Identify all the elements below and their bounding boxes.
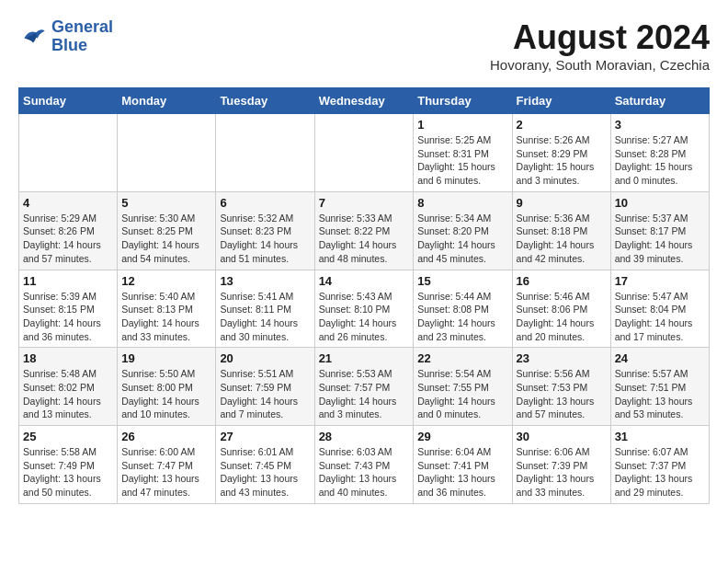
day-number: 4 xyxy=(23,196,113,210)
day-number: 16 xyxy=(517,274,607,288)
calendar-table: SundayMondayTuesdayWednesdayThursdayFrid… xyxy=(18,87,710,504)
calendar-cell: 17Sunrise: 5:47 AMSunset: 8:04 PMDayligh… xyxy=(610,270,709,348)
day-number: 17 xyxy=(615,274,705,288)
calendar-cell: 13Sunrise: 5:41 AMSunset: 8:11 PMDayligh… xyxy=(216,270,314,348)
day-info: Sunrise: 6:07 AMSunset: 7:37 PMDaylight:… xyxy=(615,445,705,500)
day-info: Sunrise: 5:46 AMSunset: 8:06 PMDaylight:… xyxy=(517,290,607,344)
calendar-cell: 6Sunrise: 5:32 AMSunset: 8:23 PMDaylight… xyxy=(216,191,314,270)
calendar-cell: 29Sunrise: 6:04 AMSunset: 7:41 PMDayligh… xyxy=(414,426,512,504)
calendar-week-row: 4Sunrise: 5:29 AMSunset: 8:26 PMDaylight… xyxy=(19,191,710,270)
day-info: Sunrise: 6:01 AMSunset: 7:45 PMDaylight:… xyxy=(220,445,310,500)
day-info: Sunrise: 5:25 AMSunset: 8:31 PMDaylight:… xyxy=(417,133,507,188)
day-number: 18 xyxy=(23,351,113,365)
day-number: 27 xyxy=(220,430,310,443)
day-info: Sunrise: 5:50 AMSunset: 8:00 PMDaylight:… xyxy=(121,367,211,421)
day-number: 26 xyxy=(121,430,211,443)
calendar-cell: 9Sunrise: 5:36 AMSunset: 8:18 PMDaylight… xyxy=(512,191,610,270)
day-info: Sunrise: 5:56 AMSunset: 7:53 PMDaylight:… xyxy=(517,367,607,421)
day-info: Sunrise: 5:32 AMSunset: 8:23 PMDaylight:… xyxy=(220,212,310,266)
weekday-header: Friday xyxy=(512,88,610,114)
calendar-cell: 7Sunrise: 5:33 AMSunset: 8:22 PMDaylight… xyxy=(314,191,414,270)
day-number: 21 xyxy=(319,351,410,365)
calendar-cell: 5Sunrise: 5:30 AMSunset: 8:25 PMDaylight… xyxy=(118,191,216,270)
day-number: 6 xyxy=(220,196,310,210)
day-info: Sunrise: 5:40 AMSunset: 8:13 PMDaylight:… xyxy=(121,290,211,344)
day-info: Sunrise: 5:30 AMSunset: 8:25 PMDaylight:… xyxy=(121,212,211,266)
calendar-cell xyxy=(118,114,216,192)
month-title: August 2024 xyxy=(490,18,710,57)
weekday-header-row: SundayMondayTuesdayWednesdayThursdayFrid… xyxy=(19,88,710,114)
weekday-header: Saturday xyxy=(610,88,709,114)
calendar-cell: 1Sunrise: 5:25 AMSunset: 8:31 PMDaylight… xyxy=(414,114,512,192)
day-number: 2 xyxy=(517,118,607,132)
day-number: 5 xyxy=(121,196,211,210)
day-number: 11 xyxy=(23,274,113,288)
calendar-cell: 30Sunrise: 6:06 AMSunset: 7:39 PMDayligh… xyxy=(512,426,610,504)
day-info: Sunrise: 5:47 AMSunset: 8:04 PMDaylight:… xyxy=(615,290,705,344)
day-info: Sunrise: 5:48 AMSunset: 8:02 PMDaylight:… xyxy=(23,367,113,421)
day-info: Sunrise: 5:26 AMSunset: 8:29 PMDaylight:… xyxy=(517,133,607,188)
day-number: 19 xyxy=(121,351,211,365)
calendar-cell: 20Sunrise: 5:51 AMSunset: 7:59 PMDayligh… xyxy=(216,348,314,426)
day-number: 9 xyxy=(517,196,607,210)
calendar-cell xyxy=(19,114,118,192)
calendar-cell: 21Sunrise: 5:53 AMSunset: 7:57 PMDayligh… xyxy=(314,348,414,426)
logo-text: General Blue xyxy=(51,18,113,55)
day-info: Sunrise: 6:04 AMSunset: 7:41 PMDaylight:… xyxy=(417,445,507,500)
calendar-cell: 11Sunrise: 5:39 AMSunset: 8:15 PMDayligh… xyxy=(19,270,118,348)
calendar-cell xyxy=(314,114,414,192)
day-number: 10 xyxy=(615,196,705,210)
calendar-cell xyxy=(216,114,314,192)
calendar-cell: 31Sunrise: 6:07 AMSunset: 7:37 PMDayligh… xyxy=(610,426,709,504)
weekday-header: Sunday xyxy=(19,88,118,114)
day-info: Sunrise: 5:54 AMSunset: 7:55 PMDaylight:… xyxy=(417,367,507,421)
day-info: Sunrise: 5:27 AMSunset: 8:28 PMDaylight:… xyxy=(615,133,705,188)
day-info: Sunrise: 5:44 AMSunset: 8:08 PMDaylight:… xyxy=(417,290,507,344)
weekday-header: Wednesday xyxy=(314,88,414,114)
calendar-cell: 2Sunrise: 5:26 AMSunset: 8:29 PMDaylight… xyxy=(512,114,610,192)
calendar-cell: 25Sunrise: 5:58 AMSunset: 7:49 PMDayligh… xyxy=(19,426,118,504)
day-number: 30 xyxy=(517,430,607,443)
calendar-cell: 16Sunrise: 5:46 AMSunset: 8:06 PMDayligh… xyxy=(512,270,610,348)
calendar-cell: 27Sunrise: 6:01 AMSunset: 7:45 PMDayligh… xyxy=(216,426,314,504)
calendar-cell: 3Sunrise: 5:27 AMSunset: 8:28 PMDaylight… xyxy=(610,114,709,192)
page-header: General Blue August 2024 Hovorany, South… xyxy=(18,18,710,73)
day-number: 8 xyxy=(417,196,507,210)
logo: General Blue xyxy=(18,18,113,55)
calendar-cell: 26Sunrise: 6:00 AMSunset: 7:47 PMDayligh… xyxy=(118,426,216,504)
day-number: 29 xyxy=(417,430,507,443)
calendar-week-row: 18Sunrise: 5:48 AMSunset: 8:02 PMDayligh… xyxy=(19,348,710,426)
day-info: Sunrise: 6:06 AMSunset: 7:39 PMDaylight:… xyxy=(517,445,607,500)
weekday-header: Tuesday xyxy=(216,88,314,114)
day-number: 15 xyxy=(417,274,507,288)
day-number: 23 xyxy=(517,351,607,365)
day-info: Sunrise: 5:43 AMSunset: 8:10 PMDaylight:… xyxy=(319,290,410,344)
day-number: 31 xyxy=(615,430,705,443)
day-info: Sunrise: 5:41 AMSunset: 8:11 PMDaylight:… xyxy=(220,290,310,344)
day-info: Sunrise: 5:58 AMSunset: 7:49 PMDaylight:… xyxy=(23,445,113,500)
calendar-week-row: 11Sunrise: 5:39 AMSunset: 8:15 PMDayligh… xyxy=(19,270,710,348)
calendar-cell: 8Sunrise: 5:34 AMSunset: 8:20 PMDaylight… xyxy=(414,191,512,270)
day-number: 7 xyxy=(319,196,410,210)
calendar-cell: 14Sunrise: 5:43 AMSunset: 8:10 PMDayligh… xyxy=(314,270,414,348)
weekday-header: Monday xyxy=(118,88,216,114)
day-number: 28 xyxy=(319,430,410,443)
day-info: Sunrise: 5:34 AMSunset: 8:20 PMDaylight:… xyxy=(417,212,507,266)
day-info: Sunrise: 5:29 AMSunset: 8:26 PMDaylight:… xyxy=(23,212,113,266)
day-info: Sunrise: 5:51 AMSunset: 7:59 PMDaylight:… xyxy=(220,367,310,421)
calendar-week-row: 25Sunrise: 5:58 AMSunset: 7:49 PMDayligh… xyxy=(19,426,710,504)
day-number: 14 xyxy=(319,274,410,288)
day-info: Sunrise: 5:37 AMSunset: 8:17 PMDaylight:… xyxy=(615,212,705,266)
day-number: 3 xyxy=(615,118,705,132)
calendar-cell: 28Sunrise: 6:03 AMSunset: 7:43 PMDayligh… xyxy=(314,426,414,504)
calendar-cell: 22Sunrise: 5:54 AMSunset: 7:55 PMDayligh… xyxy=(414,348,512,426)
calendar-week-row: 1Sunrise: 5:25 AMSunset: 8:31 PMDaylight… xyxy=(19,114,710,192)
day-number: 12 xyxy=(121,274,211,288)
day-info: Sunrise: 5:36 AMSunset: 8:18 PMDaylight:… xyxy=(517,212,607,266)
calendar-cell: 23Sunrise: 5:56 AMSunset: 7:53 PMDayligh… xyxy=(512,348,610,426)
calendar-cell: 18Sunrise: 5:48 AMSunset: 8:02 PMDayligh… xyxy=(19,348,118,426)
day-info: Sunrise: 5:57 AMSunset: 7:51 PMDaylight:… xyxy=(615,367,705,421)
day-number: 22 xyxy=(417,351,507,365)
calendar-cell: 10Sunrise: 5:37 AMSunset: 8:17 PMDayligh… xyxy=(610,191,709,270)
calendar-cell: 19Sunrise: 5:50 AMSunset: 8:00 PMDayligh… xyxy=(118,348,216,426)
